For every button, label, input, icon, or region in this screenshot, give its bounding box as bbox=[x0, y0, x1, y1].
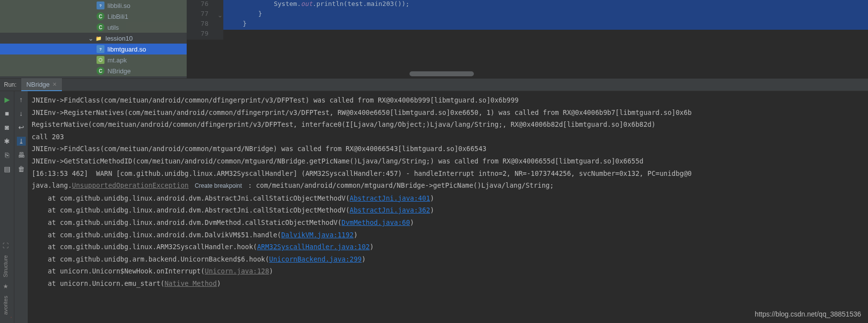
soft-wrap-icon[interactable]: ↩ bbox=[17, 123, 26, 132]
gutter-marker[interactable] bbox=[216, 20, 223, 30]
source-link[interactable]: Native Method bbox=[164, 279, 217, 287]
print-icon[interactable]: 🖶 bbox=[17, 151, 26, 160]
code-line[interactable] bbox=[223, 30, 868, 40]
so-icon: ? bbox=[97, 1, 104, 9]
favorites-tab[interactable]: avorites bbox=[2, 293, 8, 318]
tree-item-lession10[interactable]: ⌄📁lession10 bbox=[0, 33, 187, 44]
debug-icon[interactable]: ✱ bbox=[2, 137, 11, 146]
scroll-to-end-icon[interactable]: ⤓ bbox=[17, 137, 26, 146]
structure-icon[interactable]: ⛶ bbox=[2, 242, 9, 249]
console-line: RegisterNative(com/meituan/android/commo… bbox=[32, 118, 864, 131]
gutter-line-number[interactable]: 77 bbox=[187, 10, 216, 20]
tree-item-label: NBridge bbox=[107, 67, 131, 75]
gutter-line-number[interactable]: 79 bbox=[187, 30, 216, 40]
close-icon[interactable]: × bbox=[52, 80, 56, 88]
console-line: java.lang.UnsupportedOperationException … bbox=[32, 179, 864, 192]
class-icon: C bbox=[97, 23, 104, 31]
console-line: at com.github.unidbg.linux.android.dvm.A… bbox=[32, 204, 864, 216]
run-tab-label: NBridge bbox=[26, 81, 50, 88]
tree-item-nbridge[interactable]: CNBridge bbox=[0, 65, 187, 76]
code-line[interactable]: } bbox=[223, 10, 868, 20]
console-line: at com.github.unidbg.linux.android.dvm.D… bbox=[32, 216, 864, 229]
exception-link[interactable]: UnsupportedOperationException bbox=[72, 181, 189, 189]
down-icon[interactable]: ↓ bbox=[17, 109, 26, 118]
apk-icon: ⬡ bbox=[97, 56, 104, 64]
tree-item-libmtguard-so[interactable]: ?libmtguard.so bbox=[0, 44, 187, 54]
horizontal-scrollbar[interactable] bbox=[409, 71, 474, 76]
console-line: at com.github.unidbg.arm.backend.Unicorn… bbox=[32, 253, 864, 266]
run-label: Run: bbox=[4, 81, 16, 88]
console-line: at com.github.unidbg.linux.ARM32SyscallH… bbox=[32, 241, 864, 253]
console-output[interactable]: JNIEnv->FindClass(com/meituan/android/co… bbox=[28, 91, 868, 323]
watermark: https://blog.csdn.net/qq_38851536 bbox=[755, 310, 861, 318]
run-tab[interactable]: NBridge × bbox=[21, 78, 61, 91]
tree-item-label: libbili.so bbox=[107, 2, 130, 9]
tree-item-libbili1[interactable]: CLibBili1 bbox=[0, 11, 187, 22]
project-tree[interactable]: ?libbili.soCLibBili1Cutils⌄📁lession10?li… bbox=[0, 0, 187, 78]
source-link[interactable]: UnicornBackend.java:299 bbox=[269, 255, 362, 263]
console-line: call 203 bbox=[32, 131, 864, 143]
code-line[interactable]: } bbox=[223, 20, 868, 30]
console-line: JNIEnv->RegisterNatives(com/meituan/andr… bbox=[32, 107, 864, 119]
source-link[interactable]: DalvikVM.java:1192 bbox=[281, 231, 354, 239]
run-tool-column-2: ↑ ↓ ↩ ⤓ 🖶 🗑 bbox=[14, 91, 28, 323]
tree-item-utils[interactable]: Cutils bbox=[0, 22, 187, 33]
create-breakpoint-action[interactable]: Create breakpoint bbox=[193, 182, 244, 189]
tree-item-libbili-so[interactable]: ?libbili.so bbox=[0, 0, 187, 11]
console-line: JNIEnv->FindClass(com/meituan/android/co… bbox=[32, 94, 864, 107]
left-side-bar: ⛶ Structure ★ avorites bbox=[0, 208, 11, 323]
gutter-marker[interactable] bbox=[216, 30, 223, 40]
stop-icon[interactable]: ■ bbox=[2, 109, 11, 118]
run-toolbar: Run: NBridge × bbox=[0, 78, 868, 91]
console-line: at unicorn.Unicorn$NewHook.onInterrupt(U… bbox=[32, 265, 864, 277]
class-icon: C bbox=[97, 12, 104, 20]
tree-item-label: mt.apk bbox=[107, 56, 127, 64]
console-line: at unicorn.Unicorn.emu_start(Native Meth… bbox=[32, 277, 864, 290]
tree-item-label: lession10 bbox=[105, 35, 133, 42]
source-link[interactable]: DvmMethod.java:60 bbox=[342, 218, 410, 226]
layout-icon[interactable]: ▤ bbox=[2, 164, 11, 173]
gutter-marker[interactable]: ⌄ bbox=[216, 10, 223, 20]
console-line: at com.github.unidbg.linux.android.dvm.A… bbox=[32, 192, 864, 205]
tree-item-label: utils bbox=[107, 24, 119, 31]
up-icon[interactable]: ↑ bbox=[17, 95, 26, 104]
source-link[interactable]: ARM32SyscallHandler.java:102 bbox=[257, 243, 370, 251]
exit-icon[interactable]: ⎘ bbox=[2, 151, 11, 160]
code-line[interactable]: System.out.println(test.main203()); bbox=[223, 0, 868, 10]
console-line: JNIEnv->FindClass(com/meituan/android/co… bbox=[32, 143, 864, 155]
console-line: JNIEnv->GetStaticMethodID(com/meituan/an… bbox=[32, 155, 864, 167]
tree-item-mt-apk[interactable]: ⬡mt.apk bbox=[0, 54, 187, 65]
class-icon: C bbox=[97, 67, 104, 75]
run-icon[interactable]: ▶ bbox=[2, 95, 11, 104]
folder-icon: 📁 bbox=[95, 34, 102, 42]
trash-icon[interactable]: 🗑 bbox=[17, 164, 26, 173]
source-link[interactable]: AbstractJni.java:401 bbox=[350, 194, 430, 202]
structure-tab[interactable]: Structure bbox=[2, 252, 8, 280]
tree-item-label: libmtguard.so bbox=[107, 46, 146, 53]
source-link[interactable]: Unicorn.java:128 bbox=[205, 267, 269, 275]
favorites-icon[interactable]: ★ bbox=[2, 283, 9, 290]
chevron-down-icon[interactable]: ⌄ bbox=[87, 35, 95, 42]
gutter-line-number[interactable]: 78 bbox=[187, 20, 216, 30]
so-icon: ? bbox=[97, 45, 104, 53]
code-editor[interactable]: 76 System.out.println(test.main203());77… bbox=[187, 0, 868, 78]
camera-icon[interactable]: ◙ bbox=[2, 123, 11, 132]
console-line: [16:13:53 462] WARN [com.github.unidbg.l… bbox=[32, 167, 864, 180]
gutter-marker[interactable] bbox=[216, 0, 223, 10]
tree-item-label: LibBili1 bbox=[107, 13, 128, 20]
console-line: at com.github.unidbg.linux.android.dvm.D… bbox=[32, 229, 864, 241]
gutter-line-number[interactable]: 76 bbox=[187, 0, 216, 10]
source-link[interactable]: AbstractJni.java:362 bbox=[350, 206, 430, 214]
